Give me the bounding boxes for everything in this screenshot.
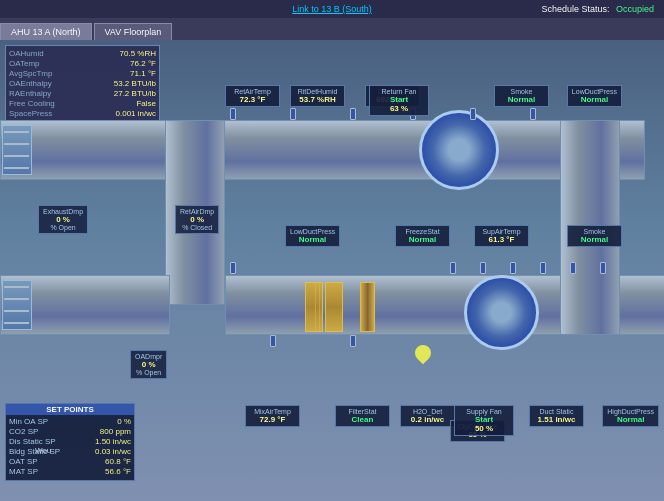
set-points-title: SET POINTS xyxy=(6,404,134,415)
mixairtemp-sensor: MixAirTemp 72.9 °F xyxy=(245,405,300,427)
oatsp-value: 60.8 °F xyxy=(105,457,131,466)
oaenthalpy-label: OAEnthalpy xyxy=(9,79,52,88)
h2o-det-icon xyxy=(412,342,435,365)
minoa-label: Min OA SP xyxy=(9,417,48,426)
highductpress-sensor: HighDuctPress Normal xyxy=(602,405,659,427)
oaenthalpy-value: 53.2 BTU/lb xyxy=(114,79,156,88)
avgspctemp-label: AvgSpcTmp xyxy=(9,69,52,78)
supply-fan-sensor: Supply Fan Start 50 % xyxy=(454,405,514,436)
coil-element2 xyxy=(325,282,343,332)
sensor-post-6 xyxy=(530,108,536,120)
h2odet-sensor: H2O_Det 0.2 in/wc xyxy=(400,405,455,427)
top-bar: Link to 13 B (South) Schedule Status: Oc… xyxy=(0,0,664,18)
schedule-status: Schedule Status: Occupied xyxy=(541,4,654,14)
co2sp-label: CO2 SP xyxy=(9,427,38,436)
tab-vav-floorplan[interactable]: VAV Floorplan xyxy=(94,23,173,40)
sensor-post-10 xyxy=(510,262,516,274)
bldgstatic-value: 0.03 in/wc xyxy=(95,447,131,456)
matsp-value: 56.6 °F xyxy=(105,467,131,476)
coil-element xyxy=(305,282,323,332)
tabs-bar: AHU 13 A (North) VAV Floorplan xyxy=(0,18,664,40)
raenthalpy-value: 27.2 BTU/lb xyxy=(114,89,156,98)
disstatic-label: Dis Static SP xyxy=(9,437,56,446)
retairdmp-sensor: RetAirDmp 0 % % Closed xyxy=(175,205,219,234)
disstatic-value: 1.50 in/wc xyxy=(95,437,131,446)
sensor-post-13 xyxy=(600,262,606,274)
smoke1-sensor: Smoke Normal xyxy=(494,85,549,107)
freecooling-value: False xyxy=(136,99,156,108)
link-to-13b[interactable]: Link to 13 B (South) xyxy=(292,4,372,14)
ritdethumid-sensor: RitDetHumid 53.7 %RH xyxy=(290,85,345,107)
coil-element3 xyxy=(315,282,320,332)
louver-left-bottom xyxy=(2,280,32,330)
freezestat-sensor: FreezeStat Normal xyxy=(395,225,450,247)
supply-fan-circle xyxy=(464,275,539,350)
sensor-post-8 xyxy=(450,262,456,274)
sensor-post-12 xyxy=(570,262,576,274)
freecooling-label: Free Cooling xyxy=(9,99,55,108)
sensor-post-15 xyxy=(350,335,356,347)
sensor-post-14 xyxy=(270,335,276,347)
supairtemp-sensor: SupAirTemp 61.3 °F xyxy=(474,225,529,247)
return-fan-sensor: Return Fan Start 63 % xyxy=(369,85,429,116)
smoke2-sensor: Smoke Normal xyxy=(567,225,622,247)
sensor-post-9 xyxy=(480,262,486,274)
avgspctemp-value: 71.1 °F xyxy=(130,69,156,78)
wou-text: Wou xyxy=(35,446,51,455)
filterstat-sensor: FilterStat Clean xyxy=(335,405,390,427)
spacepress-value: 0.001 in/wc xyxy=(116,109,156,118)
lowductpress1-sensor: LowDuctPress Normal xyxy=(567,85,622,107)
spacepress-label: SpacePress xyxy=(9,109,52,118)
oatsp-label: OAT SP xyxy=(9,457,38,466)
main-content: OAHumid 70.5 %RH OATemp 76.2 °F AvgSpcTm… xyxy=(0,40,664,501)
set-points-panel: SET POINTS Min OA SP 0 % CO2 SP 800 ppm … xyxy=(5,403,135,481)
tab-ahu13a[interactable]: AHU 13 A (North) xyxy=(0,23,92,40)
oahumid-label: OAHumid xyxy=(9,49,44,58)
sensor-post-7 xyxy=(230,262,236,274)
louver-left-top xyxy=(2,125,32,175)
oatemp-label: OATemp xyxy=(9,59,40,68)
minoa-value: 0 % xyxy=(117,417,131,426)
sensor-post-11 xyxy=(540,262,546,274)
return-fan-circle xyxy=(419,110,499,190)
co2sp-value: 800 ppm xyxy=(100,427,131,436)
info-panel: OAHumid 70.5 %RH OATemp 76.2 °F AvgSpcTm… xyxy=(5,45,160,123)
lowductpress2-sensor: LowDuctPress Normal xyxy=(285,225,340,247)
raenthalpy-label: RAEnthalpy xyxy=(9,89,51,98)
oadmpr-sensor: OADmpr 0 % % Open xyxy=(130,350,167,379)
sensor-post-1 xyxy=(230,108,236,120)
retairtemp-sensor: RetAirTemp 72.3 °F xyxy=(225,85,280,107)
ductstatic-sensor: Duct Static 1.51 in/wc xyxy=(529,405,584,427)
sensor-post-3 xyxy=(350,108,356,120)
matsp-label: MAT SP xyxy=(9,467,38,476)
oatemp-value: 76.2 °F xyxy=(130,59,156,68)
exhaustdmp-sensor: ExhaustDmp 0 % % Open xyxy=(38,205,88,234)
sensor-post-2 xyxy=(290,108,296,120)
oahumid-value: 70.5 %RH xyxy=(120,49,156,58)
sensor-post-5 xyxy=(470,108,476,120)
filter-box xyxy=(360,282,375,332)
